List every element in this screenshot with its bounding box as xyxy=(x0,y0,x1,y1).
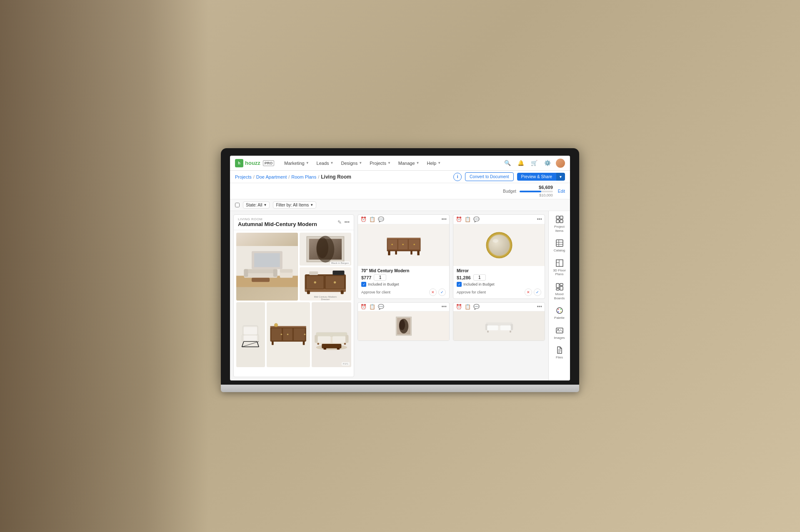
settings-icon[interactable]: ⚙️ xyxy=(542,158,552,168)
sidebar-item-images[interactable]: Images xyxy=(550,324,569,342)
svg-point-106 xyxy=(558,329,559,330)
comment-icon[interactable]: 💬 xyxy=(378,216,384,222)
chair-svg xyxy=(238,307,263,362)
more-options-icon[interactable]: ••• xyxy=(344,219,350,225)
state-filter[interactable]: State: All ▼ xyxy=(243,201,270,209)
nav-projects[interactable]: Projects ▼ xyxy=(366,159,394,167)
preview-share-dropdown[interactable]: ▼ xyxy=(556,173,565,181)
svg-rect-90 xyxy=(560,220,563,223)
product-card-icons-2: ⏰ 📋 💬 xyxy=(456,216,480,222)
items-filter[interactable]: Filter by: All Items ▼ xyxy=(273,201,316,209)
preview-share-button[interactable]: Preview & Share xyxy=(517,173,556,181)
breadcrumb-doe[interactable]: Doe Apartment xyxy=(256,174,287,179)
product-card-icons-1: ⏰ 📋 💬 xyxy=(360,216,384,222)
budget-label: Budget xyxy=(503,189,516,194)
nav-manage[interactable]: Manage ▼ xyxy=(395,159,423,167)
document-icon[interactable]: 📋 xyxy=(369,304,375,310)
floor-plan-icon xyxy=(555,259,564,268)
more-options-icon[interactable]: ••• xyxy=(441,216,447,222)
main-content: LIVING ROOM Autumnal Mid-Century Modern … xyxy=(230,211,570,380)
logo[interactable]: h houzz PRO xyxy=(235,159,274,167)
img-label: P1F1 xyxy=(342,362,350,365)
budget-checkbox-1[interactable]: ✓ xyxy=(361,282,366,287)
sidebar-item-3d-floor[interactable]: 3D Floor Plans xyxy=(550,256,569,278)
sidebar-item-moodboards[interactable]: Mood Boards xyxy=(550,280,569,302)
clock-icon[interactable]: ⏰ xyxy=(360,304,367,310)
more-options-icon[interactable]: ••• xyxy=(441,304,447,310)
budget-checkbox-2[interactable]: ✓ xyxy=(457,282,462,287)
select-all-input[interactable] xyxy=(235,203,240,207)
search-icon[interactable]: 🔍 xyxy=(502,158,512,168)
clock-icon[interactable]: ⏰ xyxy=(360,216,367,222)
sidebar-item-project-items[interactable]: Project Items xyxy=(550,213,569,235)
svg-point-74 xyxy=(492,239,498,243)
laptop-base xyxy=(221,385,579,392)
nav-marketing[interactable]: Marketing ▼ xyxy=(281,159,312,167)
breadcrumb-projects[interactable]: Projects xyxy=(235,174,252,179)
comment-icon[interactable]: 💬 xyxy=(473,304,480,310)
breadcrumb-room-plans[interactable]: Room Plans xyxy=(291,174,316,179)
nav-help[interactable]: Help ▼ xyxy=(424,159,445,167)
nav-designs[interactable]: Designs ▼ xyxy=(338,159,365,167)
sidebar-item-files[interactable]: Files xyxy=(550,343,569,362)
svg-rect-67 xyxy=(388,251,390,256)
budget-edit-link[interactable]: Edit xyxy=(558,189,565,194)
more-options-icon[interactable]: ••• xyxy=(537,304,542,310)
more-options-icon[interactable]: ••• xyxy=(537,216,542,222)
edit-icon[interactable]: ✎ xyxy=(338,219,342,225)
info-icon[interactable]: i xyxy=(453,173,462,181)
svg-rect-23 xyxy=(309,271,318,275)
clock-icon[interactable]: ⏰ xyxy=(456,216,462,222)
notification-icon[interactable]: 🔔 xyxy=(516,158,526,168)
product-name-2: Mirror xyxy=(457,268,541,273)
svg-rect-48 xyxy=(323,348,326,350)
app-container: h houzz PRO Marketing ▼ Leads ▼ xyxy=(230,156,570,380)
select-all-checkbox[interactable] xyxy=(235,203,240,207)
breadcrumb-actions: i Convert to Document Preview & Share ▼ xyxy=(453,172,565,181)
comment-icon[interactable]: 💬 xyxy=(378,304,384,310)
product-qty-1[interactable] xyxy=(374,274,386,281)
collage-top-row: Black in Bergen xyxy=(236,233,351,301)
right-sidebar: Project Items xyxy=(548,211,570,380)
svg-point-19 xyxy=(314,281,316,283)
reject-button-1[interactable]: ✕ xyxy=(429,288,437,296)
product-price-row-2: $1,286 xyxy=(457,274,541,281)
svg-rect-56 xyxy=(317,343,319,345)
svg-rect-32 xyxy=(244,336,257,341)
approve-button-1[interactable]: ✓ xyxy=(438,288,446,296)
cart-icon[interactable]: 🛒 xyxy=(529,158,539,168)
product-qty-2[interactable] xyxy=(473,274,486,281)
sofa-svg xyxy=(314,311,350,365)
svg-point-20 xyxy=(334,281,336,283)
included-label-1: Included in Budget xyxy=(368,282,399,286)
reject-button-2[interactable]: ✕ xyxy=(525,288,532,296)
sidebar-item-catalog[interactable]: Catalog xyxy=(550,236,569,255)
moodboard-panel: LIVING ROOM Autumnal Mid-Century Modern … xyxy=(233,214,354,377)
palette-icon xyxy=(555,306,564,315)
product-sm-icons-4: ⏰ 📋 💬 xyxy=(456,304,480,310)
svg-rect-42 xyxy=(272,341,274,345)
document-icon[interactable]: 📋 xyxy=(465,304,471,310)
product-sm-icons-3: ⏰ 📋 💬 xyxy=(360,304,384,310)
document-icon[interactable]: 📋 xyxy=(465,216,471,222)
svg-rect-37 xyxy=(294,328,305,341)
product-info-mirror: Mirror $1,286 ✓ Included in Budget xyxy=(453,266,545,298)
convert-to-document-button[interactable]: Convert to Document xyxy=(465,172,514,181)
approve-row-2: Approve for client ✕ ✓ xyxy=(457,288,541,296)
nav-leads[interactable]: Leads ▼ xyxy=(313,159,337,167)
chair-thumbnail xyxy=(236,302,265,367)
approve-btns-1: ✕ ✓ xyxy=(429,288,446,296)
approve-button-2[interactable]: ✓ xyxy=(534,288,541,296)
approve-label-1: Approve for client xyxy=(361,290,390,294)
comment-icon[interactable]: 💬 xyxy=(473,216,480,222)
artwork-svg xyxy=(395,315,412,338)
chevron-down-icon: ▼ xyxy=(416,161,420,165)
product-card-dresser: ⏰ 📋 💬 ••• xyxy=(358,214,450,299)
document-icon[interactable]: 📋 xyxy=(369,216,375,222)
sideboard-svg xyxy=(269,305,308,363)
nav-items: Marketing ▼ Leads ▼ Designs ▼ xyxy=(281,159,496,167)
avatar[interactable] xyxy=(556,159,565,168)
budget-progress-bar xyxy=(520,191,553,192)
sidebar-item-palette[interactable]: Palette xyxy=(550,304,569,322)
clock-icon[interactable]: ⏰ xyxy=(456,304,462,310)
